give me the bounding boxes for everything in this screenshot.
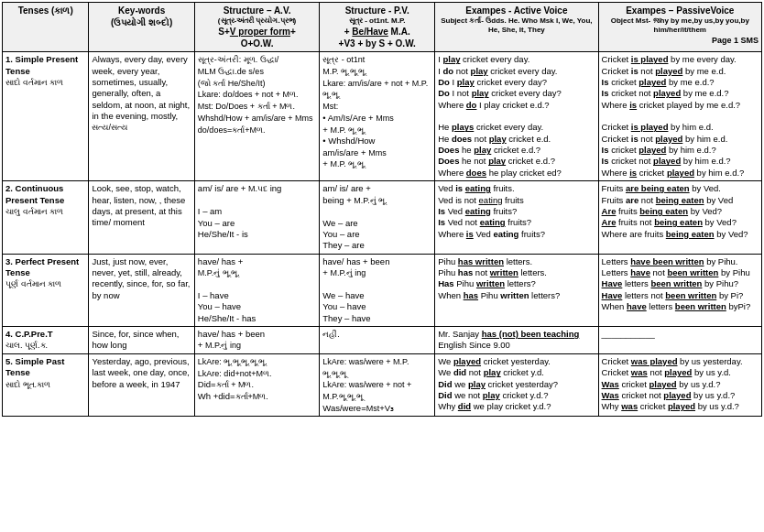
cell-av-2: am/ is/ are + M.પદ ing I – am You – are … <box>194 181 319 254</box>
row-cont-perfect-present: 4. C.P.Pre.T ચાલ. પૂર્ણ.ક. Since, for, s… <box>3 326 762 353</box>
cell-ex-pv-4: ___________ <box>598 326 761 353</box>
cell-keywords-3: Just, just now, ever, never, yet, still,… <box>89 254 194 326</box>
page-container: Tenses (કાળ) Key-words (ઉપયોગી શબ્દો) St… <box>0 0 764 532</box>
cell-ex-av-2: Ved is eating fruits. Ved is not eating … <box>435 181 598 254</box>
cell-keywords-1: Always, every day, every week, every yea… <box>89 52 194 181</box>
header-pv-structure: Structure - P.V. સૂત્ર - ot1nt. M.P. + B… <box>320 3 435 52</box>
cell-ex-av-5: We played cricket yesterday. We did not … <box>435 354 598 417</box>
cell-av-4: have/ has + been + M.P.નું ing <box>194 326 319 353</box>
cell-tense-4: 4. C.P.Pre.T ચાલ. પૂર્ણ.ક. <box>3 326 89 353</box>
cell-ex-av-3: Pihu has written letters. Pihu has not w… <box>435 254 598 326</box>
cell-pv-2: am/ is/ are + being + M.P.નું ભૂ. We – a… <box>320 181 435 254</box>
cell-ex-pv-3: Letters have been written by Pihu. Lette… <box>598 254 761 326</box>
row-perfect-present: 3. Perfect Present Tense પૂર્ણ વર્તમાન ક… <box>3 254 762 326</box>
cell-av-3: have/ has + M.P.નું ભૂ.ભૂ. I – have You … <box>194 254 319 326</box>
header-row: Tenses (કાળ) Key-words (ઉપયોગી શબ્દો) St… <box>3 3 762 52</box>
cell-tense-2: 2. Continuous Present Tense ચાલુ વર્તમાન… <box>3 181 89 254</box>
page-note: Page 1 SMS <box>602 36 759 47</box>
cell-ex-av-4: Mr. Sanjay has (not) been teaching Engli… <box>435 326 598 353</box>
cell-tense-1: 1. Simple Present Tense સાદો વર્તમાન કાળ <box>3 52 89 181</box>
cell-pv-5: LkAre: was/were + M.P. ભૂ.ભૂ.ભૂ LkAre: w… <box>320 354 435 417</box>
cell-pv-1: સૂત્ર - ot1nt M.P. ભૂ.ભૂ.ભૂ. Lkare: am/i… <box>320 52 435 181</box>
cell-ex-pv-1: Cricket is played by me every day. Crick… <box>598 52 761 181</box>
header-keywords: Key-words (ઉપયોગી શબ્દો) <box>89 3 194 52</box>
cell-keywords-5: Yesterday, ago, previous, last week, one… <box>89 354 194 417</box>
cell-pv-4: નહીં. <box>320 326 435 353</box>
header-tense: Tenses (કાળ) <box>3 3 89 52</box>
header-examples-pv: Exampes – PassiveVoice Object Mst- જ઼hy … <box>598 3 761 52</box>
row-simple-past: 5. Simple Past Tense સાદો ભૂત.કાળ Yester… <box>3 354 762 417</box>
header-av-structure: Structure – A.V. (સૂત્ર-અંતરી પ્રયોગ.પ્ર… <box>194 3 319 52</box>
cell-ex-pv-5: Cricket was played by us yesterday. Cric… <box>598 354 761 417</box>
cell-ex-av-1: I play cricket every day. I do not play … <box>435 52 598 181</box>
cell-ex-pv-2: Fruits are being eaten by Ved. Fruits ar… <box>598 181 761 254</box>
tenses-table: Tenses (કાળ) Key-words (ઉપયોગી શબ્દો) St… <box>2 2 762 417</box>
row-simple-present: 1. Simple Present Tense સાદો વર્તમાન કાળ… <box>3 52 762 181</box>
cell-keywords-2: Look, see, stop, watch, hear, listen, no… <box>89 181 194 254</box>
row-continuous-present: 2. Continuous Present Tense ચાલુ વર્તમાન… <box>3 181 762 254</box>
cell-tense-5: 5. Simple Past Tense સાદો ભૂત.કાળ <box>3 354 89 417</box>
cell-tense-3: 3. Perfect Present Tense પૂર્ણ વર્તમાન ક… <box>3 254 89 326</box>
cell-av-5: LkAre: ભૂ.ભૂ.ભૂ.ભૂ.ભૂ. LkAre: did+not+Mળ… <box>194 354 319 417</box>
cell-pv-3: have/ has + been + M.P.નું ing We – have… <box>320 254 435 326</box>
cell-keywords-4: Since, for, since when, how long <box>89 326 194 353</box>
header-examples-av: Exampes - Active Voice Subject કર્તા- ઉd… <box>435 3 598 52</box>
cell-av-1: સૂત્ર-અંતરી: મૂળ. ઉદ્ધા/ MLM ઉદ્ધા.de s/… <box>194 52 319 181</box>
